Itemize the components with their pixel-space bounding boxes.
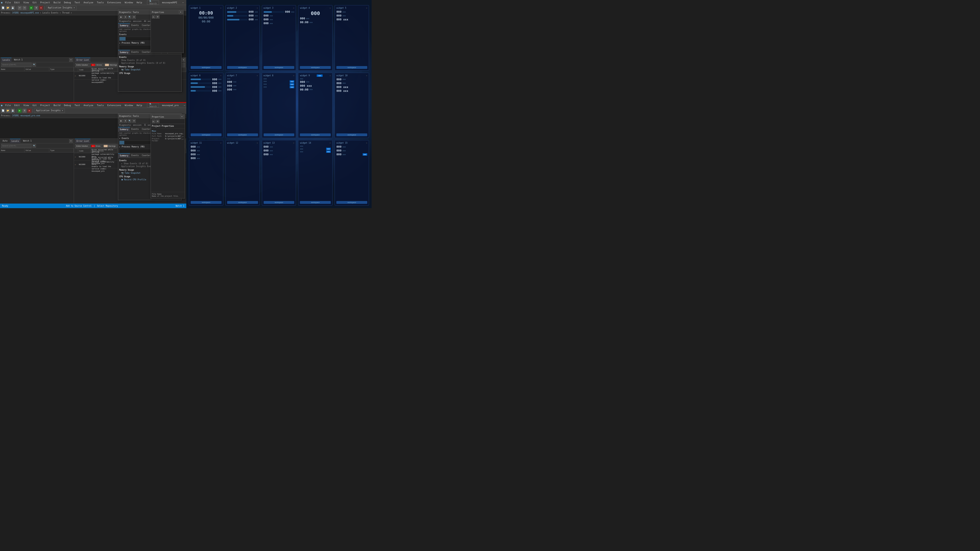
widget-4-workspace-btn[interactable]: workspace (300, 66, 331, 69)
undo-btn[interactable]: ↩ (18, 6, 22, 10)
watch-tab[interactable]: Watch 1 (13, 58, 24, 62)
widget-11-close[interactable]: ✕ (220, 142, 221, 144)
widget-1-close[interactable]: ✕ (220, 7, 221, 9)
locals-close-btn-2[interactable]: ✕ (69, 139, 73, 143)
w14-btn-2[interactable]: xxx (326, 151, 331, 153)
menu-help[interactable]: Help (136, 1, 143, 4)
menu-project[interactable]: Project (40, 1, 51, 4)
widget-13-close[interactable]: ✕ (293, 142, 294, 144)
menu-view[interactable]: View (23, 1, 30, 4)
diag-btn-2b[interactable]: ⏸ (124, 119, 127, 123)
diag-btn-1d[interactable]: ⚙ (132, 15, 136, 19)
props-close-btn-1[interactable]: ✕ (179, 11, 183, 14)
open-btn-2[interactable]: 📂 (6, 109, 10, 113)
menu-edit-2[interactable]: Edit (14, 104, 21, 106)
save-btn[interactable]: 💾 (11, 6, 15, 10)
widget-9-highlight-btn[interactable]: xxx (317, 75, 323, 77)
warnings-btn-2[interactable]: ⚠ 2 Warnings (102, 144, 117, 148)
select-repo-btn[interactable]: Select Repository (97, 205, 118, 207)
diag-btn-1c[interactable]: 🔍 (128, 15, 131, 19)
search-field[interactable]: 🔍 Search (147, 0, 159, 5)
menu-view-2[interactable]: View (23, 104, 30, 106)
sort-btn-2[interactable]: A↓ (152, 120, 156, 123)
diag-tab-events-2[interactable]: Events (130, 127, 140, 131)
w8-btn-1[interactable]: xxx (290, 80, 294, 83)
category-btn-1[interactable]: ⊞ (156, 15, 159, 19)
widget-10-workspace-btn[interactable]: workspace (336, 133, 367, 136)
snapshot-btn[interactable]: 📷 Take Snapshot (119, 68, 180, 71)
auto-tab-2[interactable]: Auto (1, 139, 9, 143)
widget-10-close[interactable]: ✕ (366, 75, 367, 77)
pause-btn[interactable]: ⏸ (34, 6, 38, 10)
minimize-btn[interactable]: — (181, 1, 185, 4)
summary-sub-tab[interactable]: Summary (118, 50, 130, 54)
widget-15-workspace-btn[interactable]: workspace (336, 201, 367, 204)
save-btn-2[interactable]: 💾 (11, 109, 15, 113)
stop-btn[interactable]: ■ (39, 6, 43, 10)
menu-extensions[interactable]: Extensions (107, 1, 122, 4)
w14-btn-1[interactable]: xxx (326, 148, 331, 150)
widget-9-close[interactable]: ✕ (329, 75, 331, 77)
widget-9-workspace-btn[interactable]: workspace (300, 133, 331, 136)
search-btn-2[interactable]: 🔍 (32, 144, 36, 148)
menu-debug[interactable]: Debug (63, 1, 72, 4)
pause-btn-2[interactable]: ⏸ (22, 109, 27, 113)
error-close-btn[interactable]: ✕ (182, 58, 185, 62)
filter-solution-btn-2[interactable]: Entire Solution (75, 144, 89, 148)
diag-tab-summary-1[interactable]: Summary (118, 23, 130, 27)
warnings-btn[interactable]: ⚠ 0 Warnings (103, 63, 118, 67)
widget-13-workspace-btn[interactable]: workspace (264, 201, 294, 204)
show-events-link[interactable]: Show Events (0 of 0) (119, 59, 180, 62)
menu-debug-2[interactable]: Debug (63, 104, 72, 106)
search-field-2[interactable]: 🔍 Search (147, 103, 159, 107)
menu-window[interactable]: Window (124, 1, 134, 4)
widget-12-close[interactable]: ✕ (257, 142, 258, 144)
category-btn-2[interactable]: ⊞ (156, 120, 159, 123)
menu-window-2[interactable]: Window (124, 104, 134, 106)
summary-sub-tab-2[interactable]: Summary (118, 153, 130, 158)
widget-5-workspace-btn[interactable]: workspace (336, 66, 367, 69)
diag-btn-1a[interactable]: ▶ (119, 15, 123, 19)
new-file-btn[interactable]: 📄 (1, 6, 5, 10)
widget-14-close[interactable]: ✕ (329, 142, 331, 144)
w8-btn-3[interactable]: xxx (290, 86, 294, 88)
menu-file-2[interactable]: File (4, 104, 11, 106)
start-btn[interactable]: ▶ (29, 6, 33, 10)
config-dropdown-2[interactable]: Application Insights ▾ (34, 109, 65, 113)
menu-help-2[interactable]: Help (136, 104, 143, 106)
widget-8-close[interactable]: ✕ (293, 75, 294, 77)
widget-3-workspace-btn[interactable]: workspace (264, 66, 294, 69)
errors-btn-2[interactable]: ✕ 0 Errors (90, 144, 102, 148)
w8-btn-2[interactable]: xxx (290, 83, 294, 86)
menu-file[interactable]: File (4, 1, 11, 4)
widget-6-close[interactable]: ✕ (220, 75, 221, 77)
locals-close-btn[interactable]: ✕ (69, 58, 73, 62)
widget-8-workspace-btn[interactable]: workspace (264, 133, 294, 136)
diag-btn-1b[interactable]: ⏸ (124, 15, 127, 19)
menu-analyze[interactable]: Analyze (83, 1, 94, 4)
start-btn-2[interactable]: ▶ (18, 109, 22, 113)
error-list-tab-2[interactable]: Error List (75, 139, 90, 143)
source-control-btn[interactable]: Add to Source Control (66, 205, 92, 207)
widget-2-workspace-btn[interactable]: workspace (227, 66, 258, 69)
diag-tab-events-1[interactable]: Events (130, 23, 140, 27)
widget-6-workspace-btn[interactable]: workspace (191, 133, 221, 136)
events-sub-tab-2[interactable]: Events (130, 153, 140, 158)
minimize-btn-2[interactable]: — (183, 104, 186, 106)
error-list-tab[interactable]: Error List (75, 58, 90, 62)
widget-7-close[interactable]: ✕ (257, 75, 258, 77)
app-insights-link[interactable]: Application Insights Events (0 of 0) (119, 62, 180, 65)
props-close-btn-2[interactable]: ✕ (180, 115, 184, 119)
widget-3-close[interactable]: ✕ (293, 7, 294, 9)
stop-btn-2[interactable]: ■ (27, 109, 32, 113)
diag-btn-2a[interactable]: ▶ (119, 119, 123, 123)
locals-tab-2[interactable]: Locals (10, 139, 21, 143)
filter-solution-btn[interactable]: Entire Solution (75, 63, 89, 67)
widget-11-workspace-btn[interactable]: workspace (191, 201, 221, 204)
menu-build-2[interactable]: Build (53, 104, 61, 106)
menu-analyze-2[interactable]: Analyze (83, 104, 94, 106)
menu-git[interactable]: Git (32, 1, 37, 4)
widget-14-workspace-btn[interactable]: workspace (300, 201, 331, 204)
diag-btn-2c[interactable]: 🔍 (128, 119, 131, 123)
sort-btn-1[interactable]: A↓ (152, 15, 156, 19)
